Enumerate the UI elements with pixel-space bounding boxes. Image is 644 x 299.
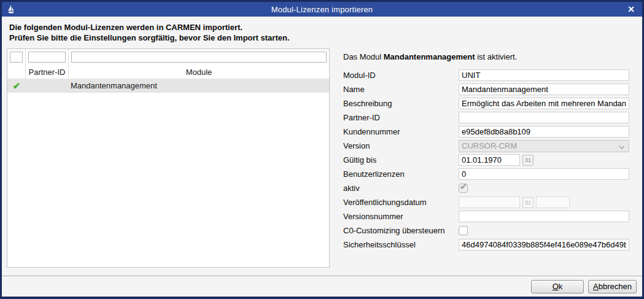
column-header-partner-id[interactable]: Partner-ID (26, 65, 69, 79)
field-input-beschreibung[interactable] (459, 98, 629, 109)
field-row-beschreibung: Beschreibung (343, 98, 629, 109)
window-title: Modul-Lizenzen importieren (2, 5, 642, 14)
filter-input-partner-id[interactable] (28, 52, 66, 63)
field-input-sicherheitsschluessel[interactable] (459, 239, 629, 250)
column-header-check[interactable] (7, 65, 26, 79)
column-header-module[interactable]: Module (69, 65, 329, 79)
field-time-input-veroeffentlichungsdatum (536, 196, 570, 208)
field-control-modul-id (459, 69, 629, 81)
sailboat-app-icon (7, 5, 15, 14)
field-input-versionsnummer[interactable] (459, 211, 629, 222)
field-label-versionsnummer: Versionsnummer (343, 212, 459, 221)
field-control-version: CURSOR-CRM (459, 140, 629, 152)
filter-cell-module (69, 49, 329, 65)
field-label-c0-customizing: C0-Customizing übersteuern (343, 226, 459, 235)
field-checkbox-c0-customizing[interactable] (459, 226, 468, 235)
filter-input-module[interactable] (71, 52, 327, 63)
field-control-beschreibung (459, 98, 629, 109)
field-row-veroeffentlichungsdatum: Veröffentlichungsdatum31 (343, 196, 629, 208)
intro-line-1: Die folgenden Modul-Lizenzen werden in C… (9, 22, 290, 33)
field-row-sicherheitsschluessel: Sicherheitsschlüssel (343, 239, 629, 250)
field-control-veroeffentlichungsdatum: 31 (459, 196, 629, 208)
field-label-beschreibung: Beschreibung (343, 99, 459, 108)
field-row-aktiv: aktiv✔ (343, 182, 629, 194)
checkbox-check-icon: ✔ (460, 182, 467, 192)
field-label-name: Name (343, 85, 459, 94)
filter-cell-partner-id (26, 49, 69, 65)
filter-cell-check (7, 49, 26, 65)
field-input-name[interactable] (459, 83, 629, 95)
field-row-gueltig-bis: Gültig bis31 (343, 154, 629, 166)
intro-line-2: Prüfen Sie bitte die Einstellungen sorgf… (9, 33, 290, 43)
field-label-kundennummer: Kundennummer (343, 127, 459, 136)
button-bar: Ok Abbrechen (2, 276, 642, 297)
field-control-versionsnummer (459, 211, 629, 222)
module-status-text: Das Modul Mandantenmanagement ist aktivi… (343, 52, 629, 61)
field-label-partner-id: Partner-ID (343, 113, 459, 122)
field-control-partner-id (459, 112, 629, 123)
filter-input-check[interactable] (10, 52, 23, 63)
detail-fields: Modul-IDNameBeschreibungPartner-IDKunden… (343, 69, 629, 250)
table-row[interactable]: ✔ Mandantenmanagement (7, 79, 329, 93)
module-license-table: Partner-ID Module ✔ Mandantenmanagement (7, 49, 330, 268)
table-header-row: Partner-ID Module (7, 65, 329, 79)
status-module-name: Mandantenmanagement (384, 52, 475, 61)
field-label-aktiv: aktiv (343, 184, 459, 193)
row-partner-id-cell (26, 79, 69, 93)
cancel-button[interactable]: Abbrechen (588, 280, 637, 293)
field-label-version: Version (343, 141, 459, 150)
field-row-c0-customizing: C0-Customizing übersteuern (343, 225, 629, 236)
title-bar: Modul-Lizenzen importieren ✕ (2, 2, 642, 17)
row-check-cell: ✔ (7, 79, 26, 93)
field-input-partner-id[interactable] (459, 112, 629, 123)
status-suffix: ist aktiviert. (475, 52, 518, 61)
field-row-kundennummer: Kundennummer (343, 126, 629, 138)
chevron-down-icon (619, 144, 624, 149)
status-prefix: Das Modul (343, 52, 384, 61)
field-row-name: Name (343, 83, 629, 95)
calendar-icon-gueltig-bis[interactable]: 31 (522, 155, 533, 166)
field-label-sicherheitsschluessel: Sicherheitsschlüssel (343, 240, 459, 249)
field-row-version: VersionCURSOR-CRM (343, 140, 629, 152)
field-label-veroeffentlichungsdatum: Veröffentlichungsdatum (343, 198, 459, 207)
field-control-name (459, 83, 629, 95)
close-icon[interactable]: ✕ (627, 3, 635, 15)
field-label-gueltig-bis: Gültig bis (343, 155, 459, 165)
field-control-c0-customizing (459, 226, 629, 235)
field-input-benutzerlizenzen[interactable] (459, 168, 629, 180)
field-control-gueltig-bis: 31 (459, 154, 629, 166)
field-date-input-gueltig-bis[interactable] (459, 154, 520, 166)
field-checkbox-aktiv: ✔ (459, 184, 468, 193)
row-module-cell: Mandantenmanagement (69, 79, 329, 93)
field-input-modul-id[interactable] (459, 69, 629, 81)
field-input-kundennummer[interactable] (459, 126, 629, 138)
calendar-icon-veroeffentlichungsdatum: 31 (522, 197, 533, 208)
field-label-benutzerlizenzen: Benutzerlizenzen (343, 169, 459, 179)
field-label-modul-id: Modul-ID (343, 71, 459, 80)
field-select-version: CURSOR-CRM (459, 140, 629, 152)
select-value-version: CURSOR-CRM (462, 141, 517, 150)
field-control-aktiv: ✔ (459, 184, 629, 193)
license-active-check-icon: ✔ (13, 81, 21, 90)
intro-text: Die folgenden Modul-Lizenzen werden in C… (9, 22, 290, 43)
field-control-sicherheitsschluessel (459, 239, 629, 250)
field-date-input-veroeffentlichungsdatum (459, 196, 520, 208)
field-row-modul-id: Modul-ID (343, 69, 629, 81)
modul-lizenzen-import-dialog: Modul-Lizenzen importieren ✕ Die folgend… (0, 0, 644, 299)
license-detail-panel: Das Modul Mandantenmanagement ist aktivi… (343, 52, 629, 253)
field-control-kundennummer (459, 126, 629, 138)
field-row-benutzerlizenzen: Benutzerlizenzen (343, 168, 629, 180)
field-row-partner-id: Partner-ID (343, 112, 629, 123)
table-filter-row (7, 49, 329, 65)
field-control-benutzerlizenzen (459, 168, 629, 180)
field-row-versionsnummer: Versionsnummer (343, 211, 629, 222)
ok-button[interactable]: Ok (531, 280, 584, 293)
